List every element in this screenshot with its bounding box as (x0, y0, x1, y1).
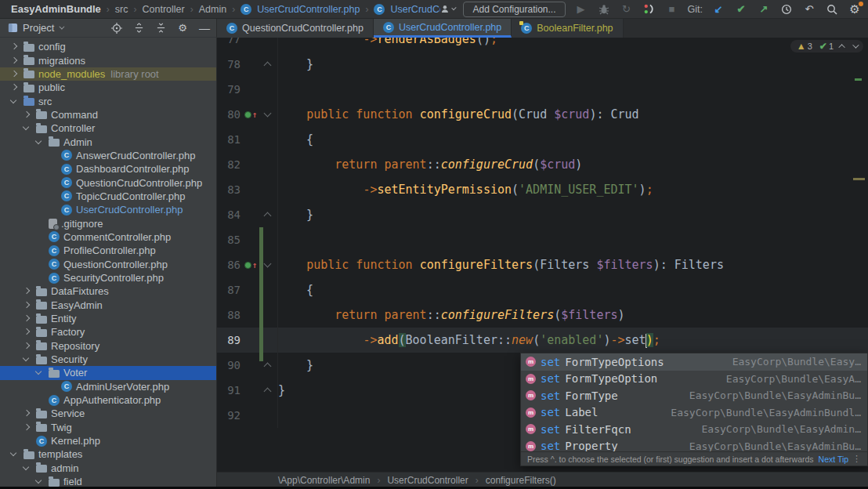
chevron-down-icon[interactable] (20, 462, 32, 474)
chevron-down-icon[interactable] (33, 367, 45, 379)
line-number[interactable]: 81 (217, 127, 241, 152)
overrides-method-icon[interactable]: ↑ (241, 102, 261, 127)
completion-item-setproperty[interactable]: msetPropertyEasyCorp\Bundle\EasyAdminBu… (521, 438, 867, 452)
breadcrumb-class[interactable]: UserCrudController (387, 475, 468, 486)
code-line-81[interactable]: 81 { (217, 127, 868, 152)
line-number[interactable]: 79 (217, 77, 241, 102)
stop-button[interactable]: ■ (665, 2, 679, 16)
code-line-82[interactable]: 82 return parent::configureCrud($crud) (217, 152, 868, 177)
scrollbar-mark-added[interactable] (855, 78, 862, 81)
inspection-widget[interactable]: ▲3 ✔1 (790, 40, 863, 53)
breadcrumb-method[interactable]: configureFilters() (486, 475, 556, 486)
tab-usercrudcontroller-php[interactable]: C UserCrudController.php (374, 19, 512, 38)
tree-item-entity[interactable]: Entity (0, 312, 216, 325)
git-commit-button[interactable]: ✔ (734, 2, 748, 16)
code-line-80[interactable]: 80↑ public function configureCrud(Crud $… (217, 102, 868, 127)
tree-item-factory[interactable]: Factory (0, 325, 216, 339)
tree-item-commentcontroller-php[interactable]: CCommentController.php (0, 230, 216, 244)
git-push-button[interactable]: ↗ (757, 2, 771, 16)
previous-problem-icon[interactable] (838, 44, 844, 50)
recent-history-button[interactable] (779, 2, 794, 16)
completion-item-setformtype[interactable]: msetFormTypeEasyCorp\Bundle\EasyAdminBu… (521, 387, 867, 404)
tree-item-questioncontroller-php[interactable]: CQuestionController.php (0, 258, 216, 271)
tree-item-dashboardcontroller-php[interactable]: CDashboardController.php (0, 162, 216, 176)
tree-item-kernel-php[interactable]: CKernel.php (0, 434, 216, 447)
settings-gear-icon[interactable]: ⚙ (848, 2, 862, 16)
chevron-down-icon[interactable] (33, 136, 45, 148)
code-line-78[interactable]: 78 } (217, 52, 868, 77)
project-panel-title[interactable]: Project (23, 22, 54, 34)
tree-item-admin[interactable]: Admin (0, 135, 216, 148)
tree-item-usercrudcontroller-php[interactable]: CUserCrudController.php (0, 203, 216, 216)
tree-item-controller[interactable]: Controller (0, 121, 216, 135)
line-number[interactable]: 89 (217, 328, 241, 353)
chevron-right-icon[interactable] (20, 422, 32, 433)
code-line-86[interactable]: 86↑ public function configureFilters(Fil… (217, 252, 868, 277)
chevron-right-icon[interactable] (8, 68, 20, 80)
breadcrumb-project[interactable]: EasyAdminBundle (11, 3, 101, 15)
tree-item-appauthenticator-php[interactable]: CAppAuthenticator.php (0, 393, 216, 407)
completion-item-setformtypeoptions[interactable]: msetFormTypeOptionsEasyCorp\Bundle\Easy… (521, 353, 867, 371)
chevron-right-icon[interactable] (8, 55, 20, 67)
chevron-down-icon[interactable] (33, 476, 45, 487)
tree-item-src[interactable]: src (0, 94, 216, 107)
line-number[interactable]: 86 (217, 252, 241, 277)
tree-item-adminuservoter-php[interactable]: CAdminUserVoter.php (0, 380, 216, 393)
fold-marker-icon[interactable] (261, 252, 277, 277)
tree-item-security[interactable]: Security (0, 353, 216, 366)
chevron-right-icon[interactable] (8, 41, 20, 53)
fold-marker-icon[interactable] (261, 378, 277, 403)
breadcrumb-admin[interactable]: Admin (199, 4, 226, 15)
more-options-icon[interactable]: ⋮ (852, 454, 861, 464)
fold-marker-icon[interactable] (261, 102, 277, 127)
tree-item-repository[interactable]: Repository (0, 339, 216, 353)
next-problem-icon[interactable] (852, 42, 859, 48)
line-number[interactable]: 82 (217, 152, 241, 177)
code-line-84[interactable]: 84 } (217, 202, 868, 227)
run-with-coverage-button[interactable]: ↻ (620, 2, 634, 16)
search-everywhere-icon[interactable] (825, 2, 839, 16)
tree-item-command[interactable]: Command (0, 108, 216, 121)
completion-item-setfilterfqcn[interactable]: msetFilterFqcnEasyCorp\Bundle\EasyAdmin… (521, 421, 867, 438)
tree-item-easyadmin[interactable]: EasyAdmin (0, 299, 216, 312)
line-number[interactable]: 91 (217, 378, 241, 403)
tree-item-questioncrudcontroller-php[interactable]: CQuestionCrudController.php (0, 176, 216, 189)
chevron-down-icon[interactable] (8, 448, 20, 460)
chevron-down-icon[interactable] (8, 96, 20, 107)
code-line-79[interactable]: 79 (217, 77, 868, 102)
code-line-89[interactable]: 89 ->add(BooleanFilter::new('enabled')->… (217, 328, 868, 353)
tree-item-securitycontroller-php[interactable]: CSecurityController.php (0, 271, 216, 284)
tree-item-voter[interactable]: Voter (0, 366, 216, 379)
fold-marker-icon[interactable] (261, 353, 277, 378)
chevron-right-icon[interactable] (20, 408, 32, 419)
collapse-all-icon[interactable] (154, 21, 168, 35)
tree-item-topiccrudcontroller-php[interactable]: CTopicCrudController.php (0, 190, 216, 203)
git-update-project-button[interactable]: ↙ (711, 2, 725, 16)
chevron-down-icon[interactable] (20, 353, 32, 365)
tree-item-twig[interactable]: Twig (0, 421, 216, 434)
panel-settings-gear-icon[interactable]: ⚙ (175, 21, 190, 35)
breadcrumb-src[interactable]: src (115, 4, 128, 15)
chevron-down-icon[interactable] (20, 122, 32, 134)
tree-item-node-modules[interactable]: node_moduleslibrary root (0, 67, 216, 81)
line-number[interactable]: 85 (217, 227, 241, 252)
completion-item-setlabel[interactable]: msetLabelEasyCorp\Bundle\EasyAdminBundl… (521, 404, 867, 422)
warnings-indicator[interactable]: ▲3 (797, 41, 812, 52)
tree-item-migrations[interactable]: migrations (0, 53, 216, 67)
line-number[interactable]: 92 (217, 403, 241, 428)
completion-item-setformtypeoption[interactable]: msetFormTypeOptionEasyCorp\Bundle\EasyA… (521, 371, 867, 388)
line-number[interactable]: 87 (217, 277, 241, 302)
line-number[interactable]: 80 (217, 102, 241, 127)
select-opened-file-icon[interactable] (110, 21, 124, 35)
code-line-83[interactable]: 83 ->setEntityPermission('ADMIN_USER_EDI… (217, 177, 868, 202)
line-number[interactable]: 88 (217, 302, 241, 328)
code-line-88[interactable]: 88 return parent::configureFilters($filt… (217, 302, 868, 328)
code-line-77[interactable]: 77 ->renderAsBadges(); (217, 38, 868, 52)
chevron-right-icon[interactable] (20, 313, 32, 324)
scrollbar-mark-warning[interactable] (853, 178, 865, 180)
debug-button[interactable] (597, 2, 611, 16)
tree-item-public[interactable]: public (0, 81, 216, 94)
tab-questioncrudcontroller-php[interactable]: C QuestionCrudController.php (217, 19, 374, 38)
tree-item-answercrudcontroller-php[interactable]: CAnswerCrudController.php (0, 149, 216, 162)
tree-item-datafixtures[interactable]: DataFixtures (0, 284, 216, 298)
